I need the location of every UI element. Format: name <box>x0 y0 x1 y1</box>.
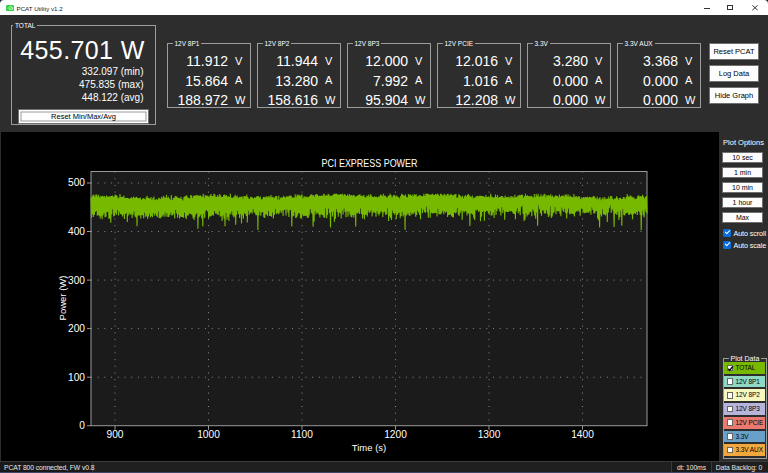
svg-text:300: 300 <box>68 275 85 286</box>
svg-text:100: 100 <box>68 372 85 383</box>
svg-text:500: 500 <box>68 177 85 188</box>
svg-text:200: 200 <box>68 323 85 334</box>
svg-text:1200: 1200 <box>384 429 407 440</box>
svg-text:0: 0 <box>79 420 85 431</box>
svg-text:900: 900 <box>107 429 124 440</box>
svg-text:1000: 1000 <box>197 429 220 440</box>
svg-text:Time (s): Time (s) <box>352 442 386 453</box>
svg-text:1300: 1300 <box>478 429 501 440</box>
svg-text:1100: 1100 <box>291 429 313 440</box>
svg-text:1400: 1400 <box>571 429 594 440</box>
svg-text:400: 400 <box>68 226 85 237</box>
svg-text:PCI EXPRESS POWER: PCI EXPRESS POWER <box>322 157 418 169</box>
svg-text:Power (W): Power (W) <box>57 276 68 321</box>
